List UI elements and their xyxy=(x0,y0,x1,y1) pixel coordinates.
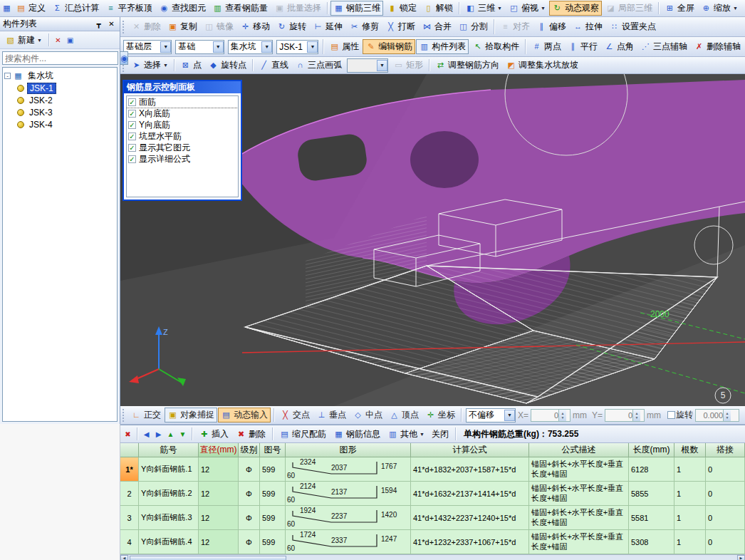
checkbox-checked-icon[interactable]: ✓ xyxy=(128,133,136,140)
delete-component-icon[interactable]: ✕ xyxy=(53,35,63,46)
y-coordinate-field[interactable]: ▲▼ xyxy=(605,409,645,422)
nav-next-icon[interactable]: ▶ xyxy=(153,429,164,440)
cell-figure[interactable]: 599 xyxy=(260,482,286,506)
find-element-button[interactable]: ◉查找图元 xyxy=(156,1,209,16)
display-option-x-bottom-rebar[interactable]: ✓X向底筋 xyxy=(127,108,238,119)
mirror-button[interactable]: ◫镜像 xyxy=(201,19,236,34)
checkbox-checked-icon[interactable]: ✓ xyxy=(128,121,136,129)
cell-diameter[interactable]: 12 xyxy=(199,530,239,554)
spinner-icon[interactable]: ▲▼ xyxy=(558,410,566,421)
align-button[interactable]: ≡对齐 xyxy=(497,19,533,34)
merge-button[interactable]: ⋈合并 xyxy=(419,19,454,34)
batch-select-button[interactable]: ▣批量选择 xyxy=(271,1,324,16)
close-table-icon[interactable]: ✖ xyxy=(123,429,133,440)
pick-component-button[interactable]: ↖拾取构件 xyxy=(469,39,522,54)
three-point-arc-button[interactable]: ∩三点画弧 xyxy=(292,58,345,73)
cell-figure[interactable]: 599 xyxy=(260,530,286,554)
scroll-right-icon[interactable]: ▶ xyxy=(737,555,745,560)
view-rebar-amount-button[interactable]: ▥查看钢筋量 xyxy=(209,1,271,16)
cell-rebar-name[interactable]: Y向斜面钢筋.3 xyxy=(139,506,199,530)
cell-figure[interactable]: 599 xyxy=(260,506,286,530)
unlock-button[interactable]: ▯解锁 xyxy=(420,1,456,16)
fullscreen-button[interactable]: ⊞全屏 xyxy=(662,1,697,16)
insert-row-button[interactable]: ✚插入 xyxy=(196,427,231,442)
chevron-down-icon[interactable]: ▼ xyxy=(504,410,515,421)
top-view-button[interactable]: ◰俯视▼ xyxy=(506,1,548,16)
adjust-rebar-direction-button[interactable]: ⇄调整钢筋方向 xyxy=(432,58,502,73)
display-option-wall-horizontal-rebar[interactable]: ✓坑壁水平筋 xyxy=(127,130,238,142)
display-option-y-bottom-rebar[interactable]: ✓Y向底筋 xyxy=(127,119,238,130)
cell-grade[interactable]: Φ xyxy=(239,482,260,506)
cell-rebar-name[interactable]: Y向斜面钢筋.2 xyxy=(139,482,199,506)
cell-formula[interactable]: 41*d+1432+2237+1240+15*d xyxy=(411,506,529,530)
nav-prev-icon[interactable]: ◀ xyxy=(141,429,152,440)
cell-length[interactable]: 5855 xyxy=(629,482,674,506)
category-combo[interactable]: 集水坑▼ xyxy=(228,40,273,54)
tree-node-jsk2[interactable]: JSK-2 xyxy=(17,94,115,106)
rotate-checkbox[interactable] xyxy=(667,411,675,419)
select-dropdown-button[interactable]: ➤选择▼ xyxy=(128,58,171,73)
cell-figure[interactable]: 599 xyxy=(260,457,286,482)
three-point-axis-button[interactable]: ⋰三点辅轴 xyxy=(637,39,690,54)
pin-icon[interactable]: ┳ xyxy=(93,19,104,29)
cell-count[interactable]: 1 xyxy=(674,506,706,530)
x-coordinate-field[interactable]: ▲▼ xyxy=(531,409,571,422)
split-button[interactable]: ◫分割 xyxy=(455,19,491,34)
cell-shape-diagram[interactable]: 1924 60 2237 1420 xyxy=(286,506,411,530)
attributes-button[interactable]: ▤属性 xyxy=(326,39,362,54)
stretch-button[interactable]: ↔拉伸 xyxy=(570,19,605,34)
cell-lap[interactable]: 0 xyxy=(706,530,745,554)
offset-button[interactable]: ∥偏移 xyxy=(533,19,569,34)
cell-description[interactable]: 锚固+斜长+水平长度+垂直长度+锚固 xyxy=(529,457,629,482)
cell-diameter[interactable]: 12 xyxy=(199,506,239,530)
viewport-3d[interactable]: 2000 Z 5 钢筋显示控制面板 ✓面筋 ✓X向底筋 ✓Y向底筋 xyxy=(120,74,745,406)
cell-grade[interactable]: Φ xyxy=(239,457,260,482)
cell-count[interactable]: 1 xyxy=(674,457,706,482)
cell-lap[interactable]: 0 xyxy=(706,506,745,530)
more-button[interactable]: ▥其他▼ xyxy=(385,427,427,442)
component-combo[interactable]: JSK-1▼ xyxy=(276,40,318,54)
perpendicular-snap-button[interactable]: ⊥垂点 xyxy=(313,408,349,422)
offset-combo[interactable]: 不偏移▼ xyxy=(466,408,516,422)
checkbox-checked-icon[interactable]: ✓ xyxy=(128,155,136,163)
define-button[interactable]: ▤定义 xyxy=(13,1,48,16)
tree-node-sump-pit[interactable]: - ▦ 集水坑 xyxy=(4,70,115,82)
rebar-info-button[interactable]: ▦钢筋信息 xyxy=(330,427,383,442)
element-type-combo[interactable]: 基础▼ xyxy=(175,40,224,54)
dynamic-orbit-button[interactable]: ↻动态观察 xyxy=(549,1,602,16)
cell-lap[interactable]: 0 xyxy=(706,482,745,506)
cell-count[interactable]: 1 xyxy=(674,482,706,506)
cell-rebar-name[interactable]: Y向斜面钢筋.4 xyxy=(139,530,199,554)
delete-axis-button[interactable]: ✗删除辅轴 xyxy=(691,39,744,54)
spinner-icon[interactable]: ▲▼ xyxy=(632,410,640,421)
cell-description[interactable]: 锚固+斜长+水平长度+垂直长度+锚固 xyxy=(529,482,629,506)
tree-node-jsk1[interactable]: JSK-1 xyxy=(17,82,115,94)
rotate-point-button[interactable]: ◆旋转点 xyxy=(205,58,249,73)
align-slab-top-button[interactable]: ≡平齐板顶 xyxy=(103,1,155,16)
collapse-icon[interactable]: - xyxy=(4,73,11,79)
copy-component-icon[interactable]: ▣ xyxy=(65,35,75,46)
cell-diameter[interactable]: 12 xyxy=(199,482,239,506)
cell-formula[interactable]: 41*d+1632+2137+1414+15*d xyxy=(411,482,529,506)
point-draw-button[interactable]: ⊠点 xyxy=(177,58,204,73)
edit-rebar-button[interactable]: ✎编辑钢筋 xyxy=(363,39,415,54)
break-button[interactable]: ╳打断 xyxy=(382,19,418,34)
chevron-down-icon[interactable]: ▼ xyxy=(307,41,318,53)
vertex-snap-button[interactable]: △顶点 xyxy=(386,408,422,422)
scale-rebar-button[interactable]: ▤缩尺配筋 xyxy=(276,427,329,442)
chevron-down-icon[interactable]: ▼ xyxy=(213,41,224,53)
cell-grade[interactable]: Φ xyxy=(239,530,260,554)
move-button[interactable]: ✛移动 xyxy=(237,19,273,34)
two-point-axis-button[interactable]: #两点 xyxy=(528,39,564,54)
y-input[interactable] xyxy=(605,411,632,420)
midpoint-snap-button[interactable]: ◇中点 xyxy=(350,408,385,422)
dynamic-input-button[interactable]: ▤动态输入 xyxy=(218,408,271,422)
cell-description[interactable]: 锚固+斜长+水平长度+垂直长度+锚固 xyxy=(529,506,629,530)
zoom-button[interactable]: ⊕缩放▼ xyxy=(698,1,741,16)
chevron-down-icon[interactable]: ▼ xyxy=(160,41,171,53)
cell-length[interactable]: 5581 xyxy=(629,506,674,530)
toolbar-grip[interactable] xyxy=(123,409,125,422)
lock-button[interactable]: ▮锁定 xyxy=(384,1,420,16)
checkbox-checked-icon[interactable]: ✓ xyxy=(128,110,136,118)
row-number[interactable]: 1* xyxy=(120,457,139,482)
